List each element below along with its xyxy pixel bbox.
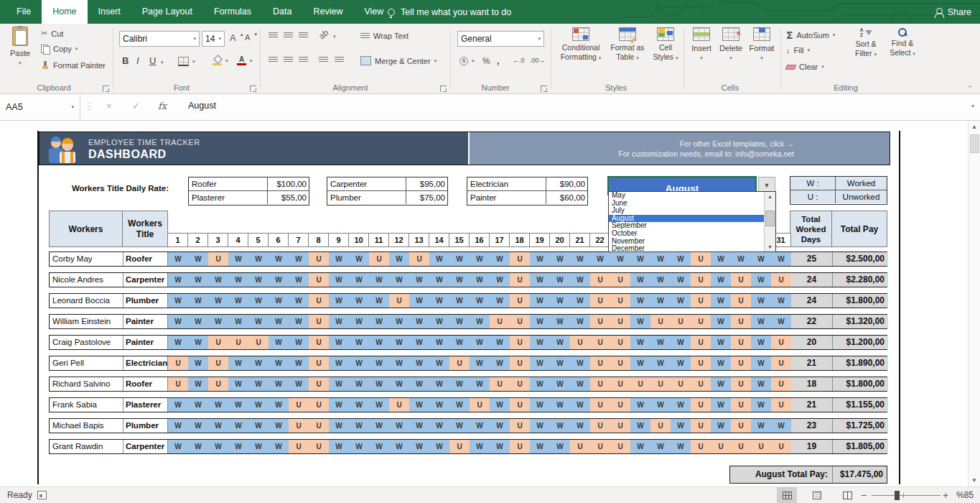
day-status-cell[interactable]: W (369, 336, 390, 349)
day-status-cell[interactable]: W (248, 356, 269, 370)
day-status-cell[interactable]: W (429, 398, 450, 412)
total-pay-cell[interactable]: $1.800,00 (833, 294, 888, 308)
day-status-cell[interactable]: W (490, 419, 510, 433)
day-status-cell[interactable]: W (269, 356, 289, 370)
day-status-cell[interactable]: U (771, 273, 792, 287)
underline-button[interactable]: U (149, 55, 156, 66)
day-status-cell[interactable]: W (289, 336, 309, 349)
day-status-cell[interactable]: W (248, 419, 269, 433)
day-status-cell[interactable]: W (530, 440, 551, 453)
day-status-cell[interactable]: W (389, 440, 410, 453)
day-status-cell[interactable]: W (570, 315, 591, 328)
rate-value-cell[interactable]: $90,00 (546, 177, 588, 190)
day-status-cell[interactable]: W (711, 273, 732, 287)
day-status-cell[interactable]: W (731, 252, 752, 266)
day-header-cell[interactable]: 7 (288, 233, 309, 247)
day-status-cell[interactable]: W (570, 273, 591, 287)
total-pay-cell[interactable]: $2.280,00 (833, 273, 888, 287)
rate-title-cell[interactable]: Painter (467, 191, 546, 204)
decrease-decimal-button[interactable]: .00→ (530, 57, 546, 64)
day-status-cell[interactable]: U (248, 336, 269, 349)
underline-menu-arrow-icon[interactable]: ▾ (161, 60, 164, 65)
day-status-cell[interactable]: W (188, 377, 209, 391)
day-status-cell[interactable]: W (429, 419, 450, 433)
worker-title-cell[interactable]: Plasterer (123, 398, 168, 412)
comma-style-button[interactable]: , (497, 55, 500, 66)
format-cells-button[interactable]: ↔ Format ▾ (747, 27, 777, 63)
day-status-cell[interactable]: W (269, 398, 289, 412)
day-header-cell[interactable]: 12 (388, 233, 409, 247)
zoom-in-button[interactable]: + (943, 489, 948, 501)
day-status-cell[interactable]: W (228, 252, 249, 266)
tab-review[interactable]: Review (302, 0, 353, 24)
day-status-cell[interactable]: U (691, 377, 711, 391)
day-status-cell[interactable]: W (530, 419, 551, 433)
day-status-cell[interactable]: U (691, 252, 711, 266)
day-status-cell[interactable]: W (771, 294, 792, 308)
month-option-may[interactable]: May (609, 192, 775, 200)
day-status-cell[interactable]: W (289, 252, 309, 266)
day-status-cell[interactable]: W (369, 315, 390, 328)
total-worked-days-cell[interactable]: 21 (791, 398, 833, 412)
day-status-cell[interactable]: W (650, 252, 671, 266)
day-status-cell[interactable]: U (691, 315, 711, 328)
day-status-cell[interactable]: W (449, 398, 470, 412)
day-status-cell[interactable]: W (409, 440, 430, 453)
day-status-cell[interactable]: W (530, 252, 551, 266)
day-status-cell[interactable]: W (409, 315, 430, 328)
day-status-cell[interactable]: W (188, 273, 209, 287)
number-dialog-launcher-icon[interactable] (541, 86, 547, 92)
day-status-cell[interactable]: W (228, 356, 249, 370)
rate-value-cell[interactable]: $55,00 (268, 191, 309, 204)
day-status-cell[interactable]: W (490, 336, 510, 349)
day-status-cell[interactable]: W (630, 315, 651, 328)
day-status-cell[interactable]: W (409, 398, 430, 412)
insert-function-icon[interactable]: fx (158, 101, 167, 111)
day-status-cell[interactable]: U (691, 440, 711, 453)
month-option-december[interactable]: December (609, 245, 775, 253)
day-status-cell[interactable]: W (470, 356, 490, 370)
day-status-cell[interactable]: U (590, 315, 611, 328)
worker-title-cell[interactable]: Painter (123, 315, 168, 328)
alignment-dialog-launcher-icon[interactable] (440, 86, 447, 92)
day-status-cell[interactable]: W (389, 336, 410, 349)
day-status-cell[interactable]: W (208, 440, 229, 453)
day-status-cell[interactable]: W (711, 419, 732, 433)
day-status-cell[interactable]: W (349, 252, 370, 266)
day-status-cell[interactable]: U (731, 356, 752, 370)
day-status-cell[interactable]: W (530, 294, 551, 308)
sort-filter-button[interactable]: AZ Sort & Filter ▾ (847, 27, 885, 59)
day-status-cell[interactable]: U (610, 377, 631, 391)
day-status-cell[interactable]: W (329, 252, 350, 266)
day-status-cell[interactable]: W (470, 252, 490, 266)
total-worked-days-cell[interactable]: 24 (791, 294, 833, 308)
day-status-cell[interactable]: W (530, 398, 551, 412)
day-status-cell[interactable]: W (228, 398, 249, 412)
day-header-cell[interactable]: 15 (449, 233, 470, 247)
clear-button[interactable]: Clear▾ (786, 63, 824, 71)
delete-cells-button[interactable]: × Delete ▾ (717, 27, 745, 63)
day-status-cell[interactable]: U (610, 419, 631, 433)
day-status-cell[interactable]: W (470, 294, 490, 308)
day-status-cell[interactable]: U (168, 356, 189, 370)
copy-button[interactable]: Copy▾ (41, 45, 78, 53)
day-status-cell[interactable]: W (369, 356, 390, 370)
day-status-cell[interactable]: W (389, 419, 410, 433)
day-header-cell[interactable]: 16 (469, 233, 490, 247)
day-header-cell[interactable]: 1 (167, 233, 188, 247)
day-status-cell[interactable]: W (570, 252, 591, 266)
day-status-cell[interactable]: U (309, 252, 330, 266)
day-status-cell[interactable]: W (671, 336, 691, 349)
borders-button[interactable]: ▾ (178, 57, 195, 66)
day-status-cell[interactable]: U (771, 440, 792, 453)
day-status-cell[interactable]: W (570, 419, 591, 433)
day-status-cell[interactable]: W (168, 440, 189, 453)
day-status-cell[interactable]: W (188, 252, 209, 266)
day-status-cell[interactable]: W (349, 377, 370, 391)
day-status-cell[interactable]: W (289, 315, 309, 328)
day-status-cell[interactable]: U (630, 377, 651, 391)
day-status-cell[interactable]: W (490, 356, 510, 370)
worker-title-cell[interactable]: Carpenter (123, 273, 168, 287)
day-status-cell[interactable]: W (711, 336, 732, 349)
total-pay-cell[interactable]: $1.800,00 (833, 377, 888, 391)
